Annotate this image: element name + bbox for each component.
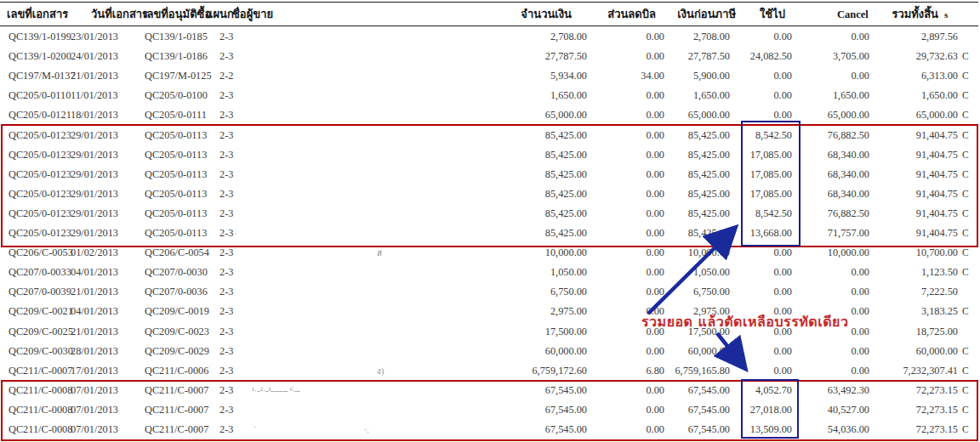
cell-cancel: 0.00 — [851, 66, 869, 86]
cell-amount: 65,000.00 — [545, 105, 587, 125]
cell-doc_no: QC205/0-0110 — [9, 86, 71, 105]
cell-pretax: 1,050.00 — [693, 263, 730, 282]
cell-cancel: 0.00 — [851, 342, 869, 361]
used-column-blue-box-2 — [741, 379, 799, 439]
col-header-total: รวมทั้งสิ้น — [892, 4, 938, 25]
cell-approve_no: QC205/0-0111 — [145, 105, 207, 125]
cell-cancel: 0.00 — [851, 361, 869, 381]
cell-status: C — [962, 342, 969, 361]
cell-discount: 0.00 — [646, 47, 664, 66]
cell-amount: 1,650.00 — [550, 86, 587, 105]
cell-doc_no: QC139/1-0200 — [9, 47, 71, 66]
cell-approve_no: QC209/C-0029 — [145, 342, 209, 361]
cell-total: 2,897.56 — [921, 27, 958, 47]
cell-doc_no: QC207/0-0033 — [9, 263, 71, 282]
table-row: QC207/0-003921/01/2013QC207/0-00362-36,7… — [0, 282, 980, 302]
cell-approve_no: QC205/0-0100 — [145, 86, 208, 105]
cell-discount: 0.00 — [646, 263, 664, 282]
cell-doc_date: 11/01/2013 — [71, 86, 118, 105]
cell-dept: 2-3 — [219, 105, 233, 125]
cell-total: 1,650.00 — [921, 86, 958, 105]
cell-dept: 2-3 — [219, 47, 233, 66]
cell-total: 6,313.00 — [921, 66, 958, 86]
cell-pretax: 65,000.00 — [688, 105, 730, 125]
table-row: QC205/0-012118/01/2013QC205/0-01112-365,… — [0, 105, 980, 125]
cell-total: 1,123.50 — [921, 263, 958, 282]
cell-dept: 2-3 — [219, 86, 233, 105]
cell-approve_no: QC209/C-0023 — [145, 322, 209, 342]
cell-approve_no: QC139/1-0185 — [145, 27, 208, 47]
cell-cancel: 1,650.00 — [833, 86, 869, 105]
cell-doc_date: 18/01/2013 — [71, 105, 118, 125]
cell-doc_no: QC211/C-0007 — [9, 361, 72, 381]
header-bottom-rule — [0, 26, 978, 26]
used-column-blue-box-1 — [741, 121, 801, 246]
vendor-remnant: ส — [377, 243, 382, 263]
cell-doc_date: 04/01/2013 — [71, 302, 118, 321]
cell-pretax: 6,750.00 — [693, 282, 730, 302]
cell-amount: 1,050.00 — [550, 263, 587, 282]
cell-dept: 2-3 — [219, 361, 233, 381]
header-top-rule — [0, 2, 978, 3]
cell-doc_no: QC209/C-0030 — [9, 342, 73, 361]
cell-amount: 5,934.00 — [550, 66, 587, 86]
cell-amount: 6,759,172.60 — [532, 361, 587, 381]
cell-used: 0.00 — [773, 27, 792, 47]
table-row: QC139/1-019923/01/2013QC139/1-01852-32,7… — [0, 27, 980, 47]
vendor-remnant: ˙ — [254, 420, 256, 439]
cell-approve_no: QC211/C-0006 — [145, 361, 208, 381]
col-header-doc-no: เลขที่เอกสาร — [7, 4, 68, 25]
cell-pretax: 5,900.00 — [693, 66, 730, 86]
cell-dept: 2-3 — [219, 322, 233, 342]
cell-approve_no: QC207/0-0036 — [145, 282, 208, 302]
cell-total: 7,232,307.41 — [903, 361, 958, 381]
cell-status: C — [962, 105, 969, 125]
cell-total: 29,732.63 — [916, 47, 958, 66]
cell-status: C — [962, 86, 969, 105]
cell-pretax: 6,759,165.80 — [675, 361, 730, 381]
cell-status: C — [962, 47, 969, 66]
cell-doc_no: QC197/M-0137 — [9, 66, 76, 86]
cell-total: 18,725.00 — [916, 322, 958, 342]
vendor-remnant: ง) — [377, 361, 384, 381]
cell-amount: 60,000.00 — [545, 342, 587, 361]
cell-pretax: 27,787.50 — [688, 47, 730, 66]
table-row: QC209/C-003028/01/2013QC209/C-00292-360,… — [0, 342, 980, 361]
cell-doc_no: QC209/C-0021 — [9, 302, 73, 321]
cell-used: 0.00 — [773, 282, 792, 302]
cell-used: 24,082.50 — [750, 47, 792, 66]
cell-doc_date: 21/01/2013 — [71, 282, 118, 302]
col-header-dept: แผนก — [206, 4, 234, 25]
cell-status: C — [962, 66, 969, 86]
cell-doc_date: 04/01/2013 — [71, 263, 118, 282]
vendor-remnant: ¹·-²·-³------ ˢ̈·-- — [252, 381, 300, 400]
highlight-red-box-group1 — [1, 124, 978, 247]
cell-doc_date: 21/01/2013 — [71, 66, 118, 86]
report-view: เลขที่เอกสาร วันที่เอกสาร เลขที่อนุมัติซ… — [0, 0, 980, 442]
cell-dept: 2-3 — [219, 27, 233, 47]
table-row: QC211/C-000717/01/2013QC211/C-00062-36,7… — [0, 361, 980, 381]
cell-doc_date: 17/01/2013 — [71, 361, 118, 381]
col-header-discount: ส่วนลดบิล — [607, 4, 656, 25]
cell-status: C — [962, 361, 969, 381]
cell-total: 3,183.25 — [921, 302, 958, 321]
cell-dept: 2-3 — [219, 282, 233, 302]
cell-cancel: 0.00 — [851, 282, 869, 302]
cell-cancel: 65,000.00 — [828, 105, 869, 125]
cell-cancel: 0.00 — [851, 27, 869, 47]
cell-approve_no: QC207/0-0030 — [145, 263, 208, 282]
cell-pretax: 2,708.00 — [693, 27, 730, 47]
cell-total: 7,222.50 — [921, 282, 958, 302]
cell-pretax: 1,650.00 — [693, 86, 730, 105]
cell-doc_date: 28/01/2013 — [71, 342, 118, 361]
vendor-remnant: ·. — [364, 420, 369, 439]
cell-doc_no: QC139/1-0199 — [9, 27, 71, 47]
cell-doc_no: QC209/C-0025 — [9, 322, 73, 342]
cell-doc_no: QC205/0-0121 — [9, 105, 71, 125]
cell-dept: 2-3 — [219, 302, 233, 321]
cell-used: 0.00 — [773, 342, 792, 361]
cell-total: 60,000.00 — [916, 342, 958, 361]
cell-dept: 2-3 — [219, 342, 233, 361]
cell-status: C — [962, 302, 969, 321]
cell-discount: 34.00 — [641, 66, 664, 86]
